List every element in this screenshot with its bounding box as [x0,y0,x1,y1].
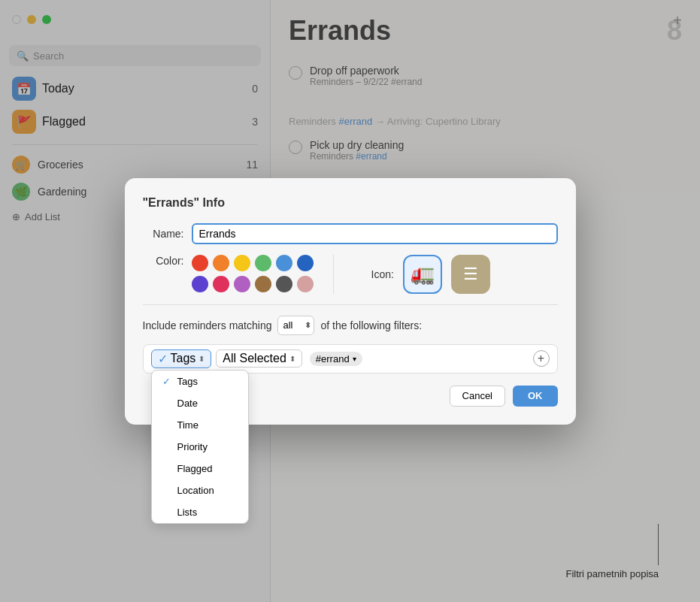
dropdown-item-lists[interactable]: Lists [152,501,248,523]
color-light-blue[interactable] [276,255,292,271]
tag-chip-label: #errand [316,353,350,365]
filter-condition-button[interactable]: All Selected ⬍ [216,349,302,368]
filter-description-row: Include reminders matching all any ⬍ of … [143,316,558,335]
tag-chips-area: #errand ▾ [307,350,529,368]
name-label: Name: [143,228,184,240]
color-icon-row: Color: [143,255,558,294]
color-blue[interactable] [297,255,314,271]
checkmark-icon: ✓ [158,352,168,366]
modal-title: "Errands" Info [143,196,558,210]
icon-picker: Icon: 🚛 ☰ [371,255,490,294]
icon-list[interactable]: ☰ [451,255,490,294]
dropdown-label-flagged: Flagged [177,463,213,474]
modal-divider [143,304,558,305]
filter-suffix: of the following filters: [320,319,422,331]
dropdown-item-flagged[interactable]: Flagged [152,458,248,479]
icon-truck[interactable]: 🚛 [403,255,442,294]
filter-condition-label: All Selected [223,352,286,365]
color-pink[interactable] [213,276,229,292]
color-red[interactable] [192,255,208,271]
dropdown-label-time: Time [177,419,198,431]
dropdown-item-tags[interactable]: ✓ Tags [152,371,248,392]
filter-type-label: Tags [171,352,196,365]
filter-container: ✓ Tags ⬍ ✓ Tags Date [143,344,558,374]
color-icon-divider [333,255,334,294]
dropdown-item-priority[interactable]: Priority [152,436,248,458]
icon-label: Icon: [371,268,394,280]
name-input[interactable] [192,223,558,244]
filter-type-dropdown: ✓ Tags Date Time Prio [151,370,249,524]
match-select[interactable]: all any [277,316,314,335]
color-orange[interactable] [213,255,229,271]
dropdown-item-location[interactable]: Location [152,479,248,501]
color-picker [192,255,314,292]
condition-chevron: ⬍ [289,355,295,363]
dropdown-label-lists: Lists [177,507,198,518]
modal-overlay: "Errands" Info Name: Color: [0,0,700,602]
filter-prefix: Include reminders matching [143,319,272,331]
dropdown-label-priority: Priority [177,441,208,452]
color-purple[interactable] [234,276,250,292]
add-filter-button[interactable]: + [533,350,550,367]
color-green[interactable] [255,255,271,271]
tag-filter-row: ✓ Tags ⬍ ✓ Tags Date [143,344,558,374]
color-yellow[interactable] [234,255,250,271]
cancel-button[interactable]: Cancel [450,386,505,407]
color-brown[interactable] [255,276,271,292]
color-light-pink[interactable] [297,276,314,292]
color-indigo[interactable] [192,276,208,292]
dropdown-item-time[interactable]: Time [152,414,248,436]
filter-type-wrapper: ✓ Tags ⬍ ✓ Tags Date [151,349,212,368]
name-row: Name: [143,223,558,244]
match-select-wrapper: all any ⬍ [277,316,314,335]
tag-chip-chevron: ▾ [353,355,356,363]
filter-type-chevron: ⬍ [198,355,205,363]
color-gray[interactable] [276,276,292,292]
check-icon: ✓ [162,376,173,387]
color-label: Color: [143,255,184,267]
filter-type-button[interactable]: ✓ Tags ⬍ [151,349,212,368]
modal-dialog: "Errands" Info Name: Color: [125,178,576,425]
dropdown-label-tags: Tags [177,376,198,387]
dropdown-item-date[interactable]: Date [152,392,248,414]
dropdown-label-date: Date [177,398,198,409]
dropdown-label-location: Location [177,485,214,496]
tag-chip-errand[interactable]: #errand ▾ [310,352,362,366]
ok-button[interactable]: OK [513,386,558,407]
